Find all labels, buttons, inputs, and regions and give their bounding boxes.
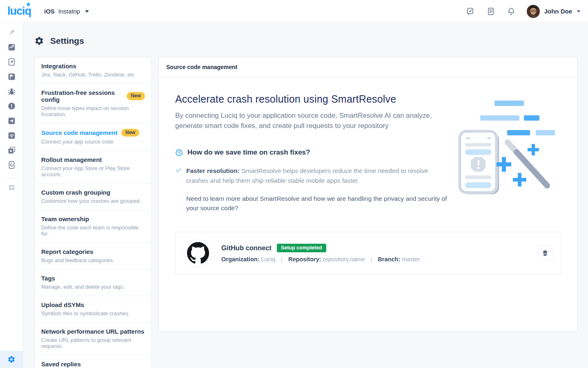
menu-item-source-code-management[interactable]: Source code management New Connect your … [35,123,151,151]
panel-title: Source code management [166,64,237,70]
menu-item-label: Team ownership [41,215,89,222]
menu-item-label: Integrations [41,63,76,70]
replays-icon[interactable] [7,160,16,169]
organization-value: Luciq [261,256,275,263]
menu-item-desc: Bugs and feedback categories. [41,257,145,263]
menu-item-rollout-management[interactable]: Rollout management Connect your App Stor… [35,151,151,184]
network-icon[interactable] [7,131,16,140]
check-icon [175,167,182,173]
topbar: luciq iOS Instatrip [0,0,588,23]
github-logo-icon [184,239,212,267]
github-connect-title: GitHub connect [221,244,272,252]
menu-item-desc: Manage, edit, and delete your tags. [41,284,145,290]
menu-item-label: Custom crash grouping [41,189,110,196]
menu-item-desc: Connect your App Store or Play Store acc… [41,165,145,177]
github-info: GitHub connect Setup completed Organizat… [221,244,529,263]
benefit-bold: Faster resolution: [186,167,240,174]
menu-item-desc: Jira, Slack, GitHub, Trello, Zendesk, et… [41,72,145,78]
settings-menu: Integrations Jira, Slack, GitHub, Trello… [34,57,152,368]
menu-item-network-url-patterns[interactable]: Network performance URL patterns Create … [35,323,151,355]
menu-item-integrations[interactable]: Integrations Jira, Slack, GitHub, Trello… [35,57,151,84]
page-title: Settings [50,36,84,46]
settings-header-gear-icon [34,36,44,46]
github-connect-card: GitHub connect Setup completed Organizat… [175,232,561,274]
trends-icon[interactable] [7,43,16,52]
rail-divider [5,177,18,178]
smartresolve-illustration [456,92,563,195]
meta-divider: | [281,256,283,263]
delete-connection-button[interactable] [538,246,552,260]
menu-item-desc: Create URL patterns to group relevant re… [41,337,145,349]
menu-item-team-ownership[interactable]: Team ownership Define the code each team… [35,210,151,243]
platform-label: iOS [44,8,55,15]
benefit-text: Faster resolution: SmartResolve helps de… [186,166,430,185]
section-title: How do we save time on crash fixes? [187,148,310,157]
clock-icon [175,149,183,157]
menu-item-label: Frustration-free sessions config [41,89,123,103]
user-caret-icon [577,10,581,13]
featured-icon[interactable] [7,146,16,155]
menu-item-label: Report categories [41,248,94,255]
settings-gear-icon[interactable] [0,351,23,368]
menu-item-label: Saved replies [41,361,81,368]
settings-page: Settings Integrations Jira, Slack, GitHu… [23,0,588,368]
menu-item-custom-crash-grouping[interactable]: Custom crash grouping Customize how your… [35,184,151,210]
chevron-down-icon [85,10,89,13]
menu-item-report-categories[interactable]: Report categories Bugs and feedback cate… [35,243,151,269]
branch-value: master [402,256,420,263]
menu-item-label: Source code management [41,129,118,136]
menu-item-desc: Define the code each team is responsible… [41,224,145,237]
page-head: Settings [34,36,578,46]
menu-item-label: Tags [41,275,55,282]
left-nav-rail [0,23,23,368]
menu-item-desc: Connect your app source code [41,139,145,145]
pin-icon[interactable] [7,28,16,37]
release-notes-icon[interactable] [486,7,496,16]
flag-icon[interactable] [7,72,16,81]
user-name: John Doe [544,8,572,15]
menu-item-label: Rollout management [41,156,102,163]
logo-star-icon [26,2,31,7]
benefit-bullet: Faster resolution: SmartResolve helps de… [175,166,430,185]
menu-item-upload-dsyms[interactable]: Upload dSYMs Symbols files to symbolicat… [35,296,151,323]
repository-value: repository.name [323,256,365,263]
avatar [527,5,540,18]
user-menu[interactable]: John Doe [527,5,581,18]
hero-description: By connecting Luciq to your application … [175,111,437,131]
menu-item-desc: Customize how your crashes are grouped. [41,198,145,204]
notifications-bell-icon[interactable] [506,7,516,16]
repository-label: Repository: [288,256,321,263]
menu-item-frustration-free-sessions[interactable]: Frustration-free sessions config New Def… [35,84,151,123]
new-badge: New [121,129,140,137]
new-badge: New [127,92,145,100]
luciq-logo[interactable]: luciq [7,5,33,18]
topbar-actions: John Doe [455,5,581,18]
menu-item-tags[interactable]: Tags Manage, edit, and delete your tags. [35,269,151,296]
github-meta: Organization: Luciq | Repository: reposi… [221,256,529,263]
crashes-icon[interactable] [7,101,16,110]
sessions-icon[interactable] [7,57,16,66]
branch-label: Branch: [378,256,400,263]
app-switcher[interactable]: iOS Instatrip [44,8,89,15]
menu-item-desc: Define issue types impact on session fru… [41,105,145,117]
apps-grid-icon[interactable] [7,183,16,192]
trash-icon [541,249,549,257]
source-code-management-panel: Source code management Accelerate crash … [158,57,578,332]
bug-icon[interactable] [7,87,16,96]
menu-item-label: Upload dSYMs [41,301,84,308]
menu-item-desc: Symbols files to symbolicate crashes. [41,310,145,316]
menu-item-label: Network performance URL patterns [41,328,144,335]
whats-new-icon[interactable] [466,7,475,16]
panel-header: Source code management [159,57,577,77]
organization-label: Organization: [221,256,259,263]
surveys-icon[interactable] [7,116,16,125]
learn-more-text: Need to learn more about SmartResolve an… [186,194,448,213]
meta-divider: | [371,256,372,263]
setup-completed-badge: Setup completed [277,244,326,252]
app-name-label: Instatrip [58,8,80,15]
menu-item-saved-replies[interactable]: Saved replies Saved replies for chats. [35,355,151,368]
